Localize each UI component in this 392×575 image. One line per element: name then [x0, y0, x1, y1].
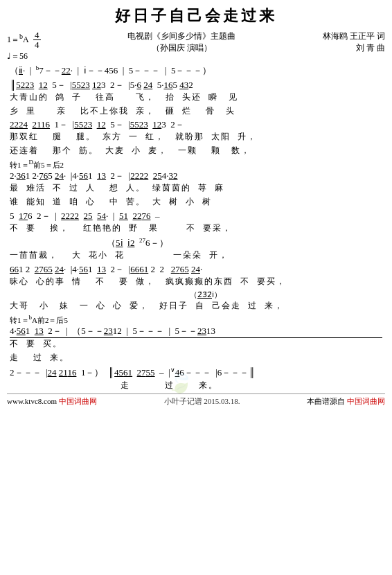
source-site: 中国词曲网	[347, 397, 385, 405]
leaf-decoration: 🍃	[166, 368, 194, 394]
lyric-2a: 大青山的 鸽 子 往高 飞， 抬 头还 瞬 见	[10, 91, 382, 103]
lyric-8: 大哥 小 妹 一 心 心 爱， 好日子 自 己会走 过 来，	[10, 300, 382, 312]
lyric-3b: 还连着 那个 筋。 大麦 小 麦， 一颗 颗 数，	[10, 145, 382, 157]
lyric-5: 不 要 挨， 红艳艳的 野 果 不 要采，	[10, 222, 382, 234]
website-label: www.ktvc8.com	[7, 397, 59, 405]
credits2: 刘 青 曲	[323, 42, 385, 54]
staff-3: 2224 2116 1－ |5523 12 5－ |5523 123 2－	[10, 118, 382, 131]
staff-10: 2－－－ |24 2116 1－） ║4561 2755 – |∨46－－－ |…	[10, 366, 382, 380]
footer-left: www.ktvc8.com 中国词曲网	[7, 396, 97, 407]
notation-container: （ⅱ· | b7－－22· | ⅰ－－456 | 5－－－ | 5－－－） ║5…	[7, 64, 385, 391]
footer-right: 本曲谱源自 中国词曲网	[307, 396, 385, 407]
staff-8-ornament: （2̄3̄2̄ⅰ）	[10, 290, 382, 300]
row-6: （5ⅰ ⅰ2 276－） 一苗苗裁， 大 花小 花 一朵朵 开，	[10, 236, 382, 261]
subtitle-center: 电视剧《乡间多少情》主题曲 （孙国庆 演唱）	[41, 30, 323, 54]
staff-5: 5 176 2－ | 2222 25 54· | 51 2276 –	[10, 210, 382, 222]
header-row: 1＝bA 4 4 ♩＝56 电视剧《乡间多少情》主题曲 （孙国庆 演唱） 林海鸥…	[7, 30, 385, 62]
row-9: 转1＝bA前2＝后5 4·561 13 2－ | （5－－2312 | 5－－－…	[10, 314, 382, 364]
credits1: 林海鸥 王正平 词	[323, 30, 385, 42]
footer-center: 小叶子记谱 2015.03.18.	[164, 396, 240, 407]
subtitle1: 电视剧《乡间多少情》主题曲	[41, 30, 323, 42]
lyric-9b: 走 过 来。	[10, 352, 382, 364]
lyric-6: 一苗苗裁， 大 花小 花 一朵朵 开，	[10, 249, 382, 261]
subtitle2: （孙国庆 演唱）	[41, 42, 323, 54]
row-intro: （ⅱ· | b7－－22· | ⅰ－－456 | 5－－－ | 5－－－）	[10, 64, 382, 78]
header-left: 1＝bA 4 4 ♩＝56	[7, 30, 41, 62]
remark-9: 转1＝bA前2＝后5	[10, 314, 382, 325]
page-title: 好日子自己会走过来	[7, 6, 385, 26]
lyric-10: 走 过 来。	[10, 380, 382, 391]
row-8: （2̄3̄2̄ⅰ） 大哥 小 妹 一 心 心 爱， 好日子 自 己会走 过 来，	[10, 290, 382, 312]
key-meter: 1＝bA 4 4	[7, 30, 41, 51]
staff-intro: （ⅱ· | b7－－22· | ⅰ－－456 | 5－－－ | 5－－－）	[10, 64, 382, 78]
website-name: 中国词曲网	[59, 397, 97, 405]
lyric-2b: 乡 里 亲 比不上你我 亲， 砸 烂 骨 头	[10, 105, 382, 117]
remark-4: 转1＝D前5＝后2	[10, 159, 382, 170]
staff-9: 4·561 13 2－ | （5－－2312 | 5－－－ | 5－－2313	[10, 325, 382, 338]
key-label: 1＝bA	[7, 35, 28, 44]
staff-4: 2·361 2·765 24· |4·561 13 2－ |2222 254·3…	[10, 170, 382, 182]
page: 好日子自己会走过来 1＝bA 4 4 ♩＝56 电视剧《乡间多少情》主题曲 （孙…	[0, 0, 392, 409]
row-5: 5 176 2－ | 2222 25 54· | 51 2276 – 不 要 挨…	[10, 210, 382, 234]
lyric-9a: 不 要 买。	[10, 338, 382, 350]
source-label: 本曲谱源自	[307, 397, 347, 405]
lyric-4b: 谁 能知 道 咱 心 中 苦。 大 树 小 树	[10, 196, 382, 208]
row-7: 661 2 2765 24· |4·561 13 2－ |6661 2 2 27…	[10, 263, 382, 288]
tempo-label: ♩＝56	[7, 51, 41, 62]
meter-label: 4 4	[33, 39, 41, 50]
lyric-3a: 那双红 腿 腿。 东方 一 红， 就盼那 太阳 升，	[10, 131, 382, 143]
staff-7: 661 2 2765 24· |4·561 13 2－ |6661 2 2 27…	[10, 263, 382, 276]
row-10: 2－－－ |24 2116 1－） ║4561 2755 – |∨46－－－ |…	[10, 366, 382, 391]
staff-2: ║5223 12 5－ |5523 123 2－ |5·6 24 5·165 4…	[10, 79, 382, 91]
header-right: 林海鸥 王正平 词 刘 青 曲	[323, 30, 385, 54]
lyric-4a: 最 难活 不 过 人 想 人。 绿茵茵的 荨 麻	[10, 182, 382, 194]
row-2: ║5223 12 5－ |5523 123 2－ |5·6 24 5·165 4…	[10, 79, 382, 117]
lyric-7: 昧心 心的事 情 不 要 做， 疯疯癫癫的东西 不 要买，	[10, 276, 382, 288]
footer: www.ktvc8.com 中国词曲网 小叶子记谱 2015.03.18. 本曲…	[7, 393, 385, 407]
row-4: 转1＝D前5＝后2 2·361 2·765 24· |4·561 13 2－ |…	[10, 159, 382, 208]
row-3: 2224 2116 1－ |5523 12 5－ |5523 123 2－ 那双…	[10, 118, 382, 157]
staff-6: （5ⅰ ⅰ2 276－）	[10, 236, 382, 250]
